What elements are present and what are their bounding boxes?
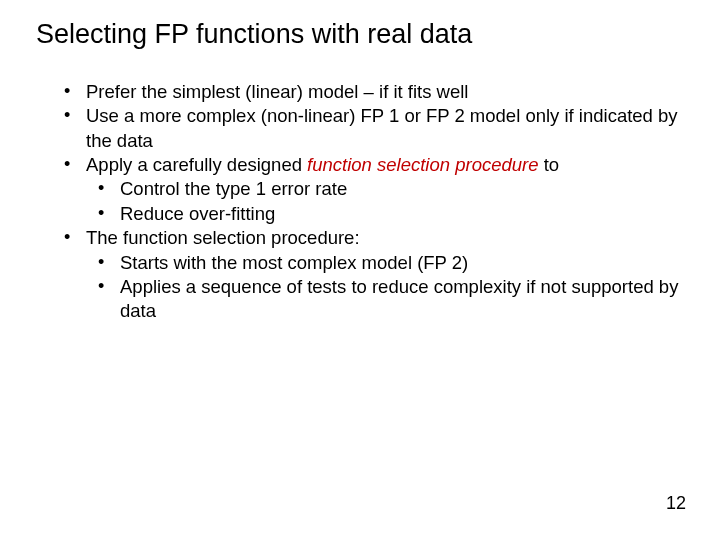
bullet-item: Apply a carefully designed function sele… [64,153,684,226]
bullet-item: The function selection procedure: Starts… [64,226,684,324]
sub-bullet-item: Applies a sequence of tests to reduce co… [98,275,684,324]
sub-bullet-list: Starts with the most complex model (FP 2… [86,251,684,324]
slide: Selecting FP functions with real data Pr… [0,0,720,540]
sub-bullet-item: Reduce over-fitting [98,202,684,226]
bullet-text: The function selection procedure: [86,227,360,248]
page-number: 12 [666,493,686,514]
bullet-list: Prefer the simplest (linear) model – if … [36,80,684,324]
bullet-text-pre: Apply a carefully designed [86,154,307,175]
slide-title: Selecting FP functions with real data [36,18,556,52]
bullet-text-post: to [539,154,560,175]
sub-bullet-item: Starts with the most complex model (FP 2… [98,251,684,275]
sub-bullet-text: Starts with the most complex model (FP 2… [120,252,468,273]
sub-bullet-item: Control the type 1 error rate [98,177,684,201]
bullet-item: Use a more complex (non-linear) FP 1 or … [64,104,684,153]
bullet-text: Use a more complex (non-linear) FP 1 or … [86,105,678,150]
sub-bullet-text: Control the type 1 error rate [120,178,347,199]
sub-bullet-list: Control the type 1 error rate Reduce ove… [86,177,684,226]
bullet-item: Prefer the simplest (linear) model – if … [64,80,684,104]
bullet-text: Prefer the simplest (linear) model – if … [86,81,468,102]
sub-bullet-text: Reduce over-fitting [120,203,275,224]
bullet-text-emph: function selection procedure [307,154,538,175]
sub-bullet-text: Applies a sequence of tests to reduce co… [120,276,678,321]
